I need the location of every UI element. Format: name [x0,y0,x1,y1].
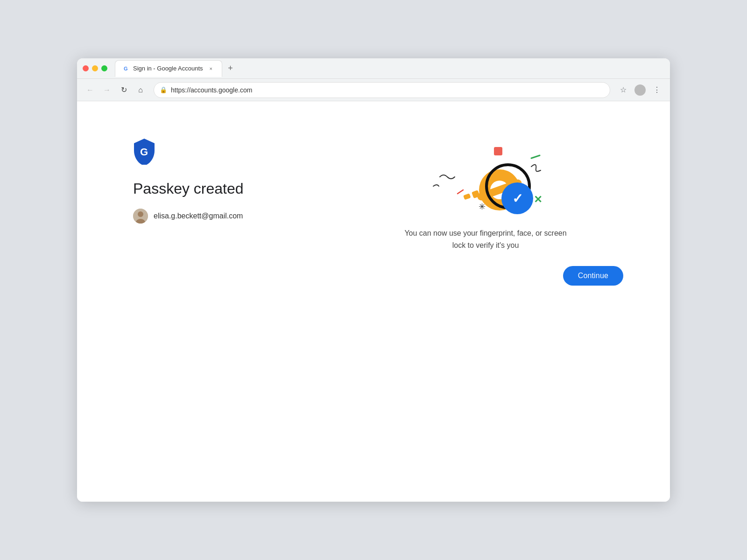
lock-icon: 🔒 [160,86,167,93]
profile-avatar [634,84,646,96]
tabs-row: G Sign in - Google Accounts × + [115,60,664,77]
url-text: https://accounts.google.com [171,86,604,94]
forward-button[interactable]: → [99,83,114,98]
google-favicon-icon: G [122,65,129,72]
bookmark-button[interactable]: ☆ [616,83,631,98]
browser-window: G Sign in - Google Accounts × + ← → ↻ ⌂ … [77,58,670,502]
avatar [133,209,148,224]
user-row: elisa.g.beckett@gmail.com [133,209,320,224]
svg-text:G: G [124,66,128,71]
right-panel: ✳ ✕ [338,129,633,474]
svg-line-8 [458,190,463,194]
back-button[interactable]: ← [83,83,98,98]
passkey-illustration: ✳ ✕ [411,134,560,227]
svg-rect-6 [494,147,502,155]
minimize-window-button[interactable] [92,65,98,71]
left-panel: G Passkey created elisa.g.beckett@gmail.… [133,129,320,474]
reload-button[interactable]: ↻ [116,83,131,98]
nav-bar: ← → ↻ ⌂ 🔒 https://accounts.google.com ☆ … [77,79,670,101]
close-window-button[interactable] [83,65,89,71]
key-illustration: ✳ ✕ [411,134,560,227]
tab-close-button[interactable]: × [207,64,215,73]
address-bar[interactable]: 🔒 https://accounts.google.com [154,82,610,98]
browser-menu-button[interactable]: ⋮ [649,83,664,98]
continue-button[interactable]: Continue [563,266,623,286]
traffic-lights [83,65,107,71]
svg-point-4 [138,211,143,217]
google-shield-logo: G [133,139,155,165]
svg-text:G: G [140,146,148,158]
maximize-window-button[interactable] [101,65,107,71]
user-email: elisa.g.beckett@gmail.com [154,212,243,220]
home-button[interactable]: ⌂ [133,83,148,98]
description-text: You can now use your fingerprint, face, … [397,227,574,251]
title-bar: G Sign in - Google Accounts × + [77,58,670,79]
tab-title: Sign in - Google Accounts [133,65,203,72]
profile-button[interactable] [633,83,648,98]
svg-line-7 [531,155,540,158]
svg-text:✓: ✓ [512,191,523,206]
nav-right-controls: ☆ ⋮ [616,83,664,98]
new-tab-button[interactable]: + [224,62,237,75]
active-tab[interactable]: G Sign in - Google Accounts × [115,60,222,77]
svg-rect-15 [463,193,471,200]
svg-text:✕: ✕ [534,194,542,205]
page-title: Passkey created [133,180,320,197]
page-content: G Passkey created elisa.g.beckett@gmail.… [77,101,670,502]
